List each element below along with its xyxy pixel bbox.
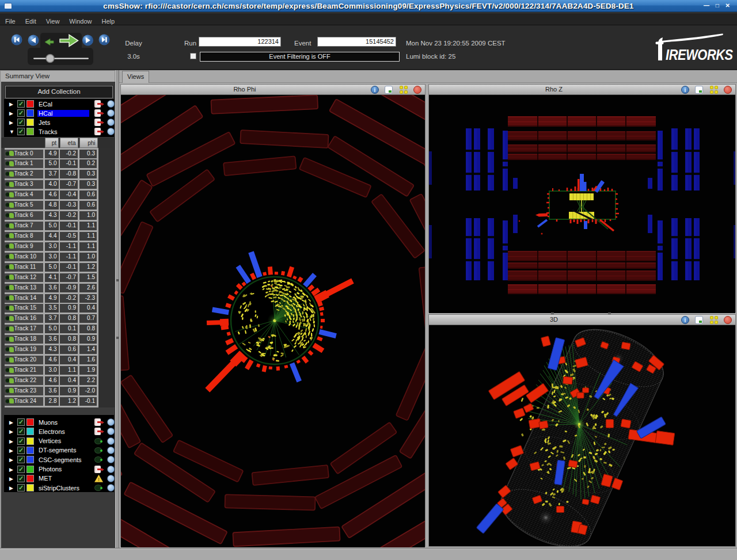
svg-text:IREWORKS: IREWORKS: [666, 46, 733, 63]
